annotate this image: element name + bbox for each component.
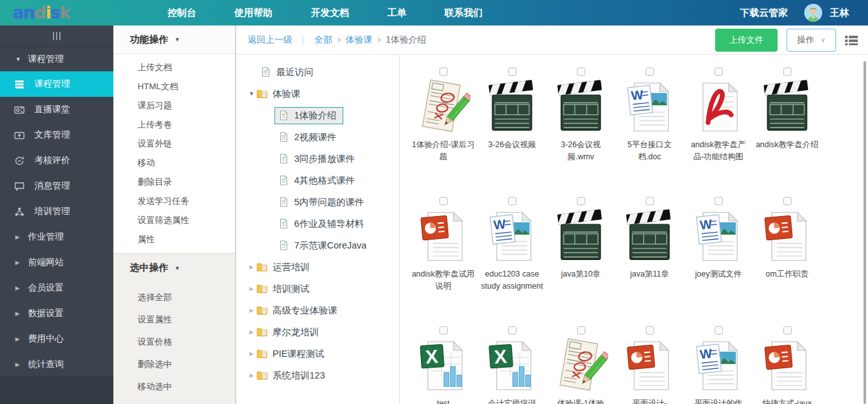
tree-folder-item[interactable]: ▶ 摩尔龙培训 <box>236 321 399 343</box>
nav-menu-item[interactable]: 控制台 <box>148 0 215 25</box>
file-card[interactable]: 会计实操培训 <box>478 326 546 404</box>
caret-right-icon[interactable]: ▶ <box>246 350 257 357</box>
function-op-item[interactable]: HTML文档 <box>113 77 235 96</box>
file-checkbox[interactable] <box>439 326 448 335</box>
tree-item[interactable]: 6作业及辅导材料 <box>236 213 399 234</box>
caret-right-icon[interactable]: ▶ <box>246 307 257 314</box>
function-op-item[interactable]: 上传考卷 <box>113 115 235 134</box>
file-card[interactable]: 1体验介绍-课后习题 <box>409 68 478 197</box>
file-card[interactable]: 3-26会议视频 <box>478 68 546 197</box>
file-card[interactable]: 3-26会议视频.wmv <box>546 68 615 197</box>
file-checkbox[interactable] <box>646 68 654 76</box>
file-checkbox[interactable] <box>783 68 792 76</box>
tree-item[interactable]: 5内带问题的课件 <box>236 191 399 213</box>
back-link[interactable]: 返回上一级 <box>248 34 292 46</box>
file-card[interactable]: andisk教学盘产品-功能结构图 <box>684 68 753 197</box>
sidebar-group-header[interactable]: ▼ 课程管理 <box>0 47 113 71</box>
file-checkbox[interactable] <box>646 326 654 335</box>
tree-item[interactable]: 1体验介绍 <box>236 105 399 126</box>
username[interactable]: 王林 <box>830 7 849 19</box>
list-view-icon[interactable] <box>845 35 858 45</box>
nav-menu-item[interactable]: 工单 <box>368 0 425 25</box>
tree-folder-item[interactable]: ▶ PIE课程测试 <box>236 343 399 364</box>
user-avatar[interactable] <box>804 4 822 22</box>
function-op-item[interactable]: 上传文档 <box>113 58 235 77</box>
tree-root-folder[interactable]: ▼ 体验课 <box>236 83 399 105</box>
selected-op-item[interactable]: 设置价格 <box>113 331 235 353</box>
file-card[interactable]: 平面设计- <box>615 326 684 404</box>
tree-item[interactable]: 4其他格式课件 <box>236 170 399 191</box>
function-op-item[interactable]: 设置筛选属性 <box>113 211 235 230</box>
caret-right-icon[interactable]: ▶ <box>246 372 257 379</box>
action-dropdown-button[interactable]: 操作 ∨ <box>786 29 836 52</box>
file-card[interactable]: test <box>409 326 478 404</box>
function-op-item[interactable]: 发送学习任务 <box>113 192 235 211</box>
tree-item[interactable]: 2视频课件 <box>236 126 399 148</box>
file-checkbox[interactable] <box>715 326 723 335</box>
file-checkbox[interactable] <box>508 197 516 205</box>
tree-item[interactable]: 7示范课CoreJava <box>236 234 399 256</box>
selected-ops-header[interactable]: 选中操作 ▼ <box>113 254 235 282</box>
sidebar-group-collapsed[interactable]: ▶ 会员设置 <box>0 275 113 301</box>
sidebar-collapse-button[interactable] <box>0 25 113 47</box>
function-op-item[interactable]: 移动 <box>113 154 235 173</box>
file-card[interactable]: java第11章 <box>615 197 684 326</box>
file-card[interactable]: andisk教学盘试用说明 <box>409 197 478 326</box>
tree-folder-item[interactable]: ▶ 高级专业体验课 <box>236 299 399 321</box>
file-checkbox[interactable] <box>439 68 448 76</box>
file-checkbox[interactable] <box>508 326 516 335</box>
selected-op-item[interactable]: 上课设置 <box>113 398 235 404</box>
file-checkbox[interactable] <box>577 326 585 335</box>
function-op-item[interactable]: 属性 <box>113 230 235 249</box>
file-checkbox[interactable] <box>783 326 792 335</box>
function-op-item[interactable]: 删除目录 <box>113 173 235 192</box>
tree-folder-item[interactable]: ▶ 培训测试 <box>236 278 399 299</box>
file-checkbox[interactable] <box>577 68 585 76</box>
nav-menu-item[interactable]: 使用帮助 <box>215 0 292 25</box>
caret-right-icon[interactable]: ▶ <box>246 264 257 270</box>
caret-down-icon[interactable]: ▼ <box>246 90 257 97</box>
upload-file-button[interactable]: 上传文件 <box>715 29 778 52</box>
sidebar-item[interactable]: 消息管理 <box>0 173 113 199</box>
file-card[interactable]: om工作职责 <box>753 197 822 326</box>
file-card[interactable]: educ1203 case study assignment <box>478 197 546 326</box>
tree-folder-item[interactable]: ▶ 系统培训123 <box>236 364 399 386</box>
file-checkbox[interactable] <box>646 197 654 205</box>
nav-menu-item[interactable]: 联系我们 <box>425 0 502 25</box>
file-card[interactable]: 体验课-1体验 <box>546 326 615 404</box>
vertical-scrollbar[interactable] <box>864 61 866 404</box>
file-checkbox[interactable] <box>783 197 792 205</box>
tree-item-recent[interactable]: 最近访问 <box>236 61 399 83</box>
sidebar-group-collapsed[interactable]: ▶ 费用中心 <box>0 326 113 352</box>
file-card[interactable]: joey测试文件 <box>684 197 753 326</box>
file-card[interactable]: java第10章 <box>546 197 615 326</box>
sidebar-item[interactable]: 文库管理 <box>0 122 113 148</box>
function-ops-header[interactable]: 功能操作 ▼ <box>113 25 235 54</box>
file-checkbox[interactable] <box>715 197 723 205</box>
tree-folder-item[interactable]: ▶ 运营培训 <box>236 256 399 278</box>
file-checkbox[interactable] <box>439 197 448 205</box>
breadcrumb-link-folder[interactable]: 体验课 <box>346 34 373 46</box>
file-card[interactable]: 快捷方式-java <box>753 326 822 404</box>
selected-op-item[interactable]: 设置属性 <box>113 308 235 331</box>
selected-op-item[interactable]: 删除选中 <box>113 353 235 375</box>
sidebar-item[interactable]: 考核评价 <box>0 148 113 173</box>
nav-menu-item[interactable]: 开发文档 <box>292 0 368 25</box>
sidebar-group-collapsed[interactable]: ▶ 数据设置 <box>0 301 113 326</box>
function-op-item[interactable]: 设置外链 <box>113 134 235 154</box>
sidebar-item[interactable]: 培训管理 <box>0 199 113 224</box>
file-card[interactable]: 平面设计的作 <box>684 326 753 404</box>
tree-item[interactable]: 3同步播放课件 <box>236 148 399 170</box>
caret-right-icon[interactable]: ▶ <box>246 329 257 335</box>
file-card[interactable]: 5平台接口文档.doc <box>615 68 684 197</box>
andisk-logo[interactable]: andisk <box>0 0 113 25</box>
file-checkbox[interactable] <box>577 197 585 205</box>
file-checkbox[interactable] <box>715 68 723 76</box>
file-checkbox[interactable] <box>508 68 516 76</box>
selected-op-item[interactable]: 选择全部 <box>113 286 235 308</box>
selected-op-item[interactable]: 移动选中 <box>113 375 235 398</box>
sidebar-group-collapsed[interactable]: ▶ 作业管理 <box>0 224 113 250</box>
sidebar-group-collapsed[interactable]: ▶ 统计查询 <box>0 352 113 377</box>
breadcrumb-link-root[interactable]: 全部 <box>315 34 332 46</box>
sidebar-item[interactable]: 直播课堂 <box>0 97 113 122</box>
